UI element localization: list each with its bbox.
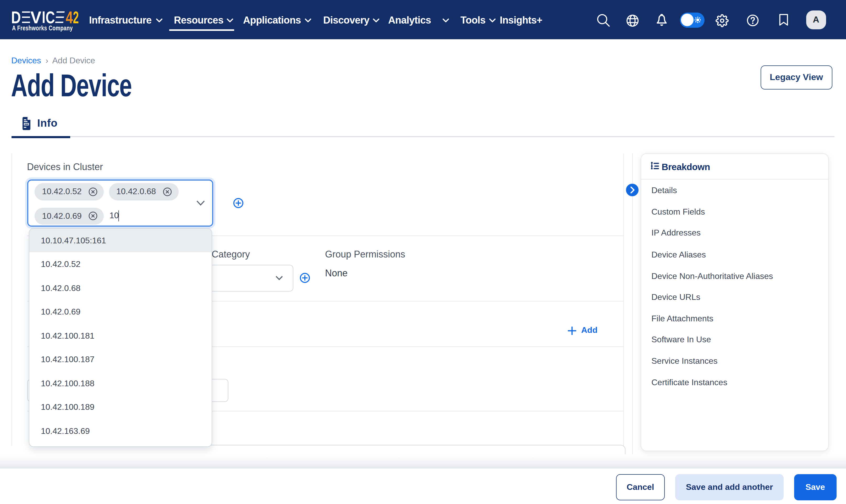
svg-text:V: V	[30, 11, 41, 24]
svg-text:4: 4	[66, 11, 73, 24]
svg-text:2: 2	[73, 11, 79, 24]
svg-text:C: C	[46, 11, 55, 24]
svg-text:D: D	[12, 11, 21, 24]
